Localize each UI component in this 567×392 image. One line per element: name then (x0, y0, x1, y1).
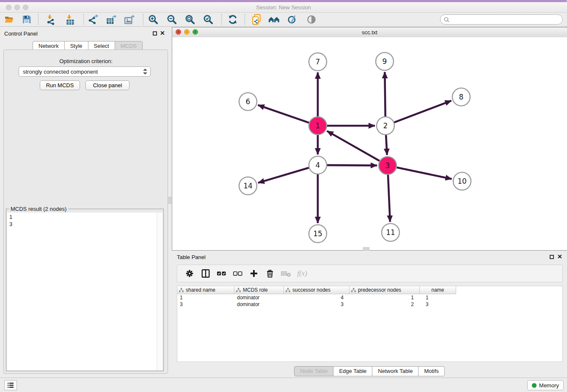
unselect-all-icon[interactable] (230, 267, 246, 280)
selected-option-label: strongly connected component (23, 69, 98, 75)
settings-gear-icon[interactable] (182, 267, 198, 280)
network-window-title: scc.txt (172, 29, 567, 36)
window-title: Session: New Session (0, 4, 567, 11)
float-table-panel-icon[interactable] (550, 255, 554, 259)
node-label-7: 7 (316, 58, 320, 66)
tab-node-table[interactable]: Node Table (294, 366, 334, 376)
refresh-icon[interactable] (226, 14, 240, 25)
node-label-10: 10 (457, 177, 467, 185)
close-panel-icon[interactable]: ✕ (160, 30, 165, 36)
export-network-icon[interactable] (86, 14, 100, 25)
column-header-name[interactable]: name (420, 286, 456, 294)
table-tabs: Node TableEdge TableNetwork TableMotifs (172, 366, 567, 376)
network-canvas[interactable]: 7968124314101511 (172, 37, 567, 250)
close-panel-button[interactable]: Close panel (85, 80, 129, 90)
cell-shared-name[interactable]: 3 (177, 301, 234, 308)
network-window-titlebar[interactable]: × − + scc.txt (172, 28, 567, 38)
edge-3-1[interactable] (327, 131, 380, 161)
delete-row-icon[interactable] (262, 267, 278, 280)
main-toolbar (0, 13, 567, 27)
cell-predecessor-nodes[interactable]: 2 (350, 301, 420, 308)
mcds-result-title: MCDS result (2 nodes) (9, 206, 68, 212)
edge-2-3[interactable] (386, 135, 387, 155)
node-label-8: 8 (459, 93, 464, 101)
result-scrollbar[interactable] (157, 213, 162, 370)
table-row[interactable]: 3dominator323 (177, 301, 562, 308)
tab-edge-table[interactable]: Edge Table (333, 366, 372, 376)
status-bar: Memory (0, 378, 567, 392)
select-all-icon[interactable] (214, 267, 230, 280)
edge-2-8[interactable] (394, 101, 451, 122)
zoom-out-icon[interactable] (165, 14, 179, 25)
node-label-15: 15 (313, 229, 322, 238)
tab-network-table[interactable]: Network Table (372, 366, 418, 376)
edge-4-3[interactable] (327, 165, 377, 166)
column-header-successor-nodes[interactable]: successor nodes (284, 286, 350, 294)
export-table-icon[interactable] (104, 14, 118, 25)
zoom-fit-icon[interactable] (183, 14, 197, 25)
window-titlebar: Session: New Session (0, 2, 567, 13)
import-table-icon[interactable] (63, 14, 77, 25)
table-splitter-handle[interactable] (363, 247, 369, 251)
memory-label: Memory (539, 382, 559, 389)
control-panel-title: Control Panel (4, 30, 38, 37)
cell-name[interactable]: 1 (420, 294, 456, 301)
application-window: Session: New Session (0, 0, 567, 392)
close-table-panel-icon[interactable]: ✕ (557, 254, 562, 259)
float-panel-icon[interactable] (153, 31, 157, 36)
vizmapper-icon[interactable] (285, 14, 300, 25)
edge-2-9[interactable] (385, 72, 385, 116)
cell-MCDS-role[interactable]: dominator (234, 294, 284, 301)
cell-shared-name[interactable]: 1 (177, 294, 234, 301)
optimization-criterion-label: Optimization criterion: (0, 58, 172, 64)
toolbar-separator (221, 14, 222, 25)
network-graph[interactable]: 7968124314101511 (172, 37, 567, 250)
node-table[interactable]: shared nameMCDS rolesuccessor nodesprede… (177, 286, 563, 362)
column-header-MCDS-role[interactable]: MCDS role (234, 286, 284, 294)
node-label-14: 14 (243, 182, 253, 190)
tab-motifs[interactable]: Motifs (418, 366, 445, 376)
cell-successor-nodes[interactable]: 3 (284, 301, 350, 308)
node-label-6: 6 (246, 97, 250, 106)
node-label-9: 9 (383, 57, 387, 66)
show-graphics-details-icon[interactable] (304, 14, 319, 25)
cell-predecessor-nodes[interactable]: 1 (350, 294, 420, 301)
duplicate-network-icon[interactable] (249, 14, 264, 25)
hierarchy-icon (286, 288, 290, 293)
run-mcds-button[interactable]: Run MCDS (40, 80, 80, 90)
edge-3-11[interactable] (388, 175, 390, 222)
edge-1-6[interactable] (258, 105, 309, 123)
mcds-result-list[interactable]: 1 3 (7, 213, 162, 370)
search-icon (443, 17, 450, 23)
task-history-button[interactable] (4, 380, 17, 390)
edge-4-14[interactable] (258, 168, 309, 183)
delete-table-icon (278, 267, 294, 280)
cell-MCDS-role[interactable]: dominator (234, 301, 284, 308)
optimization-criterion-select[interactable]: strongly connected component (19, 66, 151, 77)
save-icon[interactable] (19, 14, 34, 25)
list-icon (7, 382, 14, 388)
fx-label: f(x) (297, 269, 307, 278)
toolbar-separator (143, 14, 143, 25)
toolbar-separator (83, 14, 84, 25)
show-columns-icon[interactable] (198, 267, 214, 280)
table-row[interactable]: 1dominator411 (177, 294, 562, 301)
search-input[interactable] (450, 16, 562, 23)
column-header-shared-name[interactable]: shared name (177, 286, 234, 294)
home-icon[interactable] (267, 14, 281, 25)
node-label-11: 11 (386, 228, 395, 237)
import-network-icon[interactable] (44, 14, 58, 25)
search-field[interactable] (440, 14, 563, 25)
panel-splitter-handle[interactable] (168, 197, 171, 204)
chevron-up-down-icon (143, 68, 147, 75)
add-row-icon[interactable] (246, 267, 262, 280)
column-header-predecessor-nodes[interactable]: predecessor nodes (350, 286, 420, 294)
edge-3-10[interactable] (397, 168, 452, 179)
cell-name[interactable]: 3 (420, 301, 456, 308)
zoom-in-icon[interactable] (146, 14, 160, 25)
export-image-icon[interactable] (122, 14, 137, 25)
cell-successor-nodes[interactable]: 4 (284, 294, 350, 301)
memory-button[interactable]: Memory (527, 380, 564, 390)
open-folder-icon[interactable] (2, 14, 17, 25)
zoom-selected-icon[interactable] (201, 14, 215, 25)
